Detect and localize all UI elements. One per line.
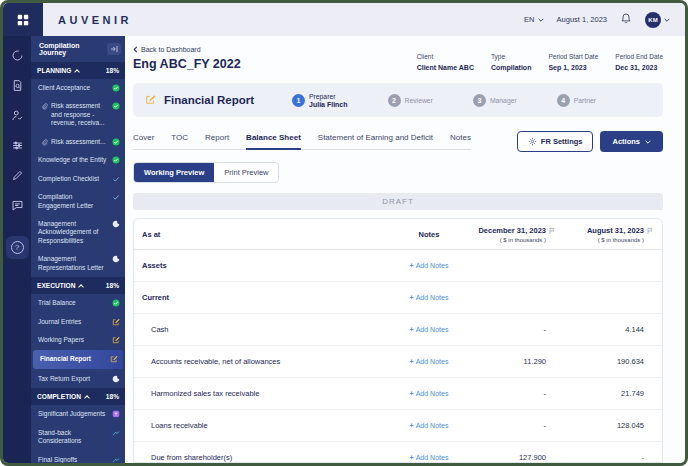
financial-report-banner: Financial Report 1PreparerJulia Flinch2R…	[133, 83, 663, 117]
section-progress: 18%	[106, 282, 119, 289]
green-check-icon	[112, 156, 120, 164]
collapse-sidebar-button[interactable]	[107, 43, 121, 55]
sidebar-item[interactable]: Significant Judgements	[31, 405, 125, 423]
paperclip-icon	[41, 139, 48, 146]
step-preparer: 1PreparerJulia Flinch	[292, 93, 348, 108]
actions-button[interactable]: Actions	[600, 131, 663, 152]
file-search-icon[interactable]	[10, 78, 24, 92]
fr-settings-button[interactable]: FR Settings	[517, 131, 594, 152]
user-menu[interactable]: KM	[645, 12, 670, 28]
sidebar-item[interactable]: Stand-back Considerations	[31, 424, 125, 451]
add-notes-link[interactable]: +Add Notes	[384, 422, 474, 429]
compilation-journey-sidebar: Compilation Journey PLANNING18%Client Ac…	[31, 36, 125, 463]
edit-icon	[145, 91, 156, 109]
sidebar-item[interactable]: Compilation Engagement Letter	[31, 188, 125, 215]
pen-icon[interactable]	[10, 168, 24, 182]
tab-toc[interactable]: TOC	[171, 133, 188, 142]
sidebar-item[interactable]: Tax Return Export	[31, 370, 125, 388]
print-preview-button[interactable]: Print Preview	[214, 163, 278, 182]
green-check-icon	[112, 138, 120, 146]
plus-icon: +	[410, 390, 414, 397]
plus-icon: +	[410, 326, 414, 333]
value-period1: -	[474, 325, 556, 334]
sidebar-item[interactable]: Risk assessment...	[31, 133, 125, 151]
signoff-icon	[112, 456, 120, 463]
help-icon: ?	[11, 241, 24, 254]
section-header-execution[interactable]: EXECUTION18%	[31, 277, 125, 294]
plus-icon: +	[410, 358, 414, 365]
workflow-stepper: 1PreparerJulia Flinch2Reviewer3Manager4P…	[292, 93, 651, 108]
value-period1: 11.290	[474, 357, 556, 366]
grid-icon	[16, 13, 30, 27]
judgement-icon	[112, 410, 120, 418]
language-selector[interactable]: EN	[524, 15, 543, 24]
notifications-button[interactable]	[620, 12, 632, 27]
meta-client: ClientClient Name ABC	[417, 53, 474, 71]
chevron-left-icon	[133, 46, 138, 53]
collapse-icon	[110, 45, 118, 53]
table-row: Due from shareholder(s)+Add Notes127.900…	[134, 442, 662, 463]
value-period1: -	[474, 389, 556, 398]
sidebar-item[interactable]: Completion Checklist	[31, 170, 125, 188]
step-manager: 3Manager	[473, 94, 517, 107]
sidebar-item[interactable]: Client Acceptance	[31, 79, 125, 97]
section-header-completion[interactable]: COMPLETION18%	[31, 388, 125, 405]
sidebar-item[interactable]: Trial Balance	[31, 294, 125, 312]
add-notes-link[interactable]: +Add Notes	[384, 358, 474, 365]
tab-report[interactable]: Report	[205, 133, 229, 142]
chevron-down-icon	[538, 18, 544, 22]
green-check-icon	[112, 102, 120, 110]
column-header-as-at: As at	[142, 230, 384, 239]
top-bar: AUVENIR EN August 1, 2023 KM	[3, 3, 685, 36]
user-check-icon[interactable]	[10, 108, 24, 122]
sidebar-item[interactable]: Knowledge of the Entity	[31, 151, 125, 169]
working-preview-button[interactable]: Working Preview	[134, 163, 214, 182]
value-period2: 21.749	[556, 389, 654, 398]
section-progress: 18%	[106, 393, 119, 400]
app-launcher-button[interactable]	[3, 3, 43, 36]
line-item-label: Assets	[142, 261, 384, 270]
sidebar-item[interactable]: Management Representations Letter	[31, 250, 125, 277]
flag-icon[interactable]	[646, 227, 654, 235]
table-row: Harmonized sales tax receivable+Add Note…	[134, 378, 662, 410]
add-notes-link[interactable]: +Add Notes	[384, 262, 474, 269]
flag-icon[interactable]	[548, 227, 556, 235]
add-notes-link[interactable]: +Add Notes	[384, 294, 474, 301]
draft-watermark: DRAFT	[133, 193, 663, 210]
balance-sheet-table: As at Notes December 31, 2023 ( $ in tho…	[133, 218, 663, 463]
auvenir-logo: AUVENIR	[58, 14, 132, 26]
edit-icon	[110, 355, 118, 363]
line-item-label: Cash	[142, 325, 384, 334]
chevron-up-icon	[75, 69, 81, 75]
plus-icon: +	[410, 422, 414, 429]
add-notes-link[interactable]: +Add Notes	[384, 326, 474, 333]
chat-icon[interactable]	[10, 198, 24, 212]
tab-balance-sheet[interactable]: Balance Sheet	[246, 133, 301, 142]
signoff-icon	[112, 429, 120, 437]
section-header-planning[interactable]: PLANNING18%	[31, 62, 125, 79]
sidebar-item[interactable]: Working Papers	[31, 331, 125, 349]
tab-notes[interactable]: Notes	[450, 133, 471, 142]
add-notes-link[interactable]: +Add Notes	[384, 454, 474, 461]
back-to-dashboard-link[interactable]: Back to Dashboard	[133, 46, 663, 53]
progress-icon[interactable]	[10, 48, 24, 62]
tab-cover[interactable]: Cover	[133, 133, 154, 142]
sidebar-item[interactable]: Journal Entries	[31, 313, 125, 331]
moon-icon	[112, 255, 120, 263]
sidebar-item[interactable]: Management Acknowledgement of Responsibi…	[31, 215, 125, 250]
help-button[interactable]: ?	[6, 236, 29, 259]
line-item-label: Due from shareholder(s)	[142, 453, 384, 462]
line-item-label: Current	[142, 293, 384, 302]
tab-statement-of-earning-and-deficit[interactable]: Statement of Earning and Deficit	[318, 133, 433, 142]
green-check-icon	[112, 84, 120, 92]
step-partner: 4Partner	[557, 94, 596, 107]
sliders-icon[interactable]	[10, 138, 24, 152]
bell-icon	[620, 12, 632, 25]
sidebar-item[interactable]: Risk assessment and response - revenue, …	[31, 97, 125, 132]
add-notes-link[interactable]: +Add Notes	[384, 390, 474, 397]
sidebar-item[interactable]: Financial Report	[33, 350, 123, 368]
plus-icon: +	[410, 454, 414, 461]
report-title: Financial Report	[164, 94, 254, 106]
table-body: Assets+Add NotesCurrent+Add NotesCash+Ad…	[134, 250, 662, 463]
sidebar-item[interactable]: Final Signoffs	[31, 451, 125, 463]
